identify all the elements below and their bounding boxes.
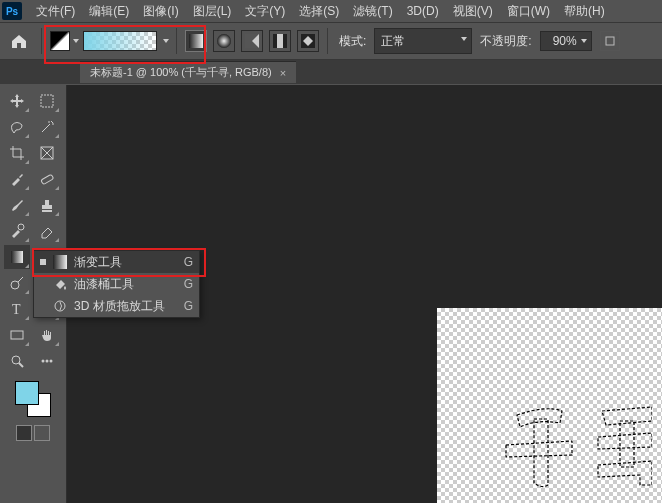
svg-rect-23 bbox=[53, 255, 67, 269]
chevron-down-icon[interactable] bbox=[163, 39, 169, 43]
home-button[interactable] bbox=[4, 27, 34, 55]
opacity-extra-button[interactable] bbox=[600, 31, 620, 51]
flyout-shortcut: G bbox=[184, 299, 193, 313]
gradient-type-diamond[interactable] bbox=[297, 30, 319, 52]
tool-hand[interactable] bbox=[34, 323, 60, 347]
menu-file[interactable]: 文件(F) bbox=[30, 1, 81, 22]
flyout-paint-bucket-tool[interactable]: 油漆桶工具 G bbox=[34, 273, 199, 295]
opacity-label: 不透明度: bbox=[480, 33, 531, 50]
tool-frame[interactable] bbox=[34, 141, 60, 165]
document-tabstrip: 未标题-1 @ 100% (千与千寻, RGB/8) × bbox=[0, 60, 662, 84]
mode-value: 正常 bbox=[381, 33, 405, 50]
menu-filter[interactable]: 滤镜(T) bbox=[347, 1, 398, 22]
hand-icon bbox=[39, 327, 55, 343]
tool-extra[interactable] bbox=[34, 349, 60, 373]
crop-icon bbox=[9, 145, 25, 161]
gradient-preview[interactable] bbox=[83, 31, 157, 51]
gradient-swatch-icon bbox=[50, 31, 70, 51]
svg-rect-0 bbox=[189, 34, 203, 48]
svg-rect-7 bbox=[41, 95, 53, 107]
zoom-icon bbox=[9, 353, 25, 369]
linear-gradient-icon bbox=[189, 34, 203, 48]
mode-select[interactable]: 正常 bbox=[374, 28, 472, 54]
bucket-icon bbox=[52, 276, 68, 292]
menu-edit[interactable]: 编辑(E) bbox=[83, 1, 135, 22]
close-icon[interactable]: × bbox=[280, 67, 286, 79]
svg-rect-6 bbox=[606, 37, 614, 45]
color-swatches[interactable] bbox=[13, 379, 53, 419]
svg-point-21 bbox=[46, 360, 49, 363]
tool-move[interactable] bbox=[4, 89, 30, 113]
gradient-type-angle[interactable] bbox=[241, 30, 263, 52]
svg-point-22 bbox=[50, 360, 53, 363]
gradient-editor-swatch[interactable] bbox=[49, 30, 79, 52]
dodge-icon bbox=[9, 275, 25, 291]
tool-eyedropper[interactable] bbox=[4, 167, 30, 191]
foreground-swatch[interactable] bbox=[15, 381, 39, 405]
opacity-value: 90% bbox=[553, 34, 577, 48]
svg-point-1 bbox=[217, 34, 231, 48]
tool-crop[interactable] bbox=[4, 141, 30, 165]
gradient-type-radial[interactable] bbox=[213, 30, 235, 52]
gradient-type-linear[interactable] bbox=[185, 30, 207, 52]
selected-indicator bbox=[40, 259, 46, 265]
flyout-shortcut: G bbox=[184, 255, 193, 269]
tool-type[interactable]: T bbox=[4, 297, 30, 321]
tool-brush[interactable] bbox=[4, 193, 30, 217]
tool-quick-select[interactable] bbox=[34, 115, 60, 139]
tool-flyout: 渐变工具 G 油漆桶工具 G 3D 材质拖放工具 G bbox=[33, 250, 200, 318]
tool-shape[interactable] bbox=[4, 323, 30, 347]
tool-marquee[interactable] bbox=[34, 89, 60, 113]
tool-lasso[interactable] bbox=[4, 115, 30, 139]
angle-gradient-icon bbox=[245, 34, 259, 48]
bandage-icon bbox=[39, 171, 55, 187]
move-icon bbox=[9, 93, 25, 109]
screenmode-button[interactable] bbox=[34, 425, 50, 441]
svg-point-12 bbox=[18, 224, 24, 230]
flyout-3d-material-drop-tool[interactable]: 3D 材质拖放工具 G bbox=[34, 295, 199, 317]
flyout-gradient-tool[interactable]: 渐变工具 G bbox=[34, 251, 199, 273]
gradient-tool-icon bbox=[9, 249, 25, 265]
tool-history-brush[interactable] bbox=[4, 219, 30, 243]
menu-layer[interactable]: 图层(L) bbox=[187, 1, 238, 22]
material-drop-icon bbox=[52, 298, 68, 314]
home-icon bbox=[10, 33, 28, 49]
svg-point-18 bbox=[12, 356, 20, 364]
eyedropper-icon bbox=[9, 171, 25, 187]
menu-bar: Ps 文件(F) 编辑(E) 图像(I) 图层(L) 文字(Y) 选择(S) 滤… bbox=[0, 0, 662, 22]
frame-icon bbox=[39, 145, 55, 161]
text-selection-marquee bbox=[502, 397, 652, 489]
menu-type[interactable]: 文字(Y) bbox=[239, 1, 291, 22]
quickmask-button[interactable] bbox=[16, 425, 32, 441]
marquee-icon bbox=[39, 93, 55, 109]
flyout-shortcut: G bbox=[184, 277, 193, 291]
flyout-label: 3D 材质拖放工具 bbox=[74, 298, 165, 315]
opacity-input[interactable]: 90% bbox=[540, 31, 592, 51]
chevron-down-icon bbox=[461, 37, 467, 41]
mode-label: 模式: bbox=[339, 33, 366, 50]
gradient-type-reflected[interactable] bbox=[269, 30, 291, 52]
rectangle-icon bbox=[9, 327, 25, 343]
diamond-gradient-icon bbox=[301, 34, 315, 48]
tool-gradient[interactable] bbox=[4, 245, 30, 269]
svg-rect-11 bbox=[41, 174, 54, 184]
menu-window[interactable]: 窗口(W) bbox=[501, 1, 556, 22]
tool-zoom[interactable] bbox=[4, 349, 30, 373]
svg-line-15 bbox=[18, 277, 23, 282]
document-tab[interactable]: 未标题-1 @ 100% (千与千寻, RGB/8) × bbox=[80, 61, 296, 83]
tool-dodge[interactable] bbox=[4, 271, 30, 295]
divider bbox=[41, 28, 42, 54]
menu-image[interactable]: 图像(I) bbox=[137, 1, 184, 22]
menu-help[interactable]: 帮助(H) bbox=[558, 1, 611, 22]
tool-eraser[interactable] bbox=[34, 219, 60, 243]
divider bbox=[327, 28, 328, 54]
document-canvas[interactable] bbox=[437, 308, 662, 503]
menu-view[interactable]: 视图(V) bbox=[447, 1, 499, 22]
tool-stamp[interactable] bbox=[34, 193, 60, 217]
menu-3d[interactable]: 3D(D) bbox=[401, 2, 445, 20]
tool-heal[interactable] bbox=[34, 167, 60, 191]
svg-point-14 bbox=[11, 281, 19, 289]
square-icon bbox=[605, 36, 615, 46]
menu-select[interactable]: 选择(S) bbox=[293, 1, 345, 22]
chevron-down-icon bbox=[581, 39, 587, 43]
